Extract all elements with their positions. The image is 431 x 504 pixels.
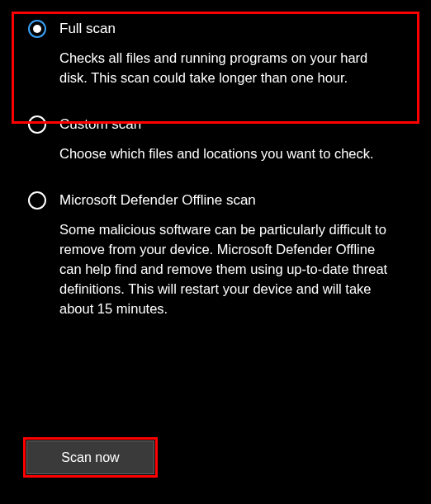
option-custom-scan-row[interactable]: Custom scan	[28, 115, 403, 134]
option-full-scan: Full scan Checks all files and running p…	[0, 0, 431, 87]
radio-full-scan[interactable]	[28, 20, 46, 38]
option-title: Full scan	[59, 21, 116, 37]
radio-defender-offline[interactable]	[28, 191, 46, 210]
option-defender-offline-row[interactable]: Microsoft Defender Offline scan	[28, 191, 403, 210]
option-title: Microsoft Defender Offline scan	[59, 192, 256, 209]
option-description: Some malicious software can be particula…	[59, 219, 390, 318]
scan-options-panel: Full scan Checks all files and running p…	[0, 0, 431, 504]
option-title: Custom scan	[59, 116, 141, 133]
option-description: Checks all files and running programs on…	[59, 48, 390, 87]
option-description: Choose which files and locations you wan…	[59, 144, 390, 163]
radio-dot-icon	[33, 25, 41, 33]
option-full-scan-row[interactable]: Full scan	[28, 20, 403, 38]
radio-custom-scan[interactable]	[28, 115, 46, 134]
scan-now-button[interactable]: Scan now	[26, 440, 154, 474]
option-custom-scan: Custom scan Choose which files and locat…	[0, 96, 431, 163]
option-defender-offline-scan: Microsoft Defender Offline scan Some mal…	[0, 172, 431, 318]
